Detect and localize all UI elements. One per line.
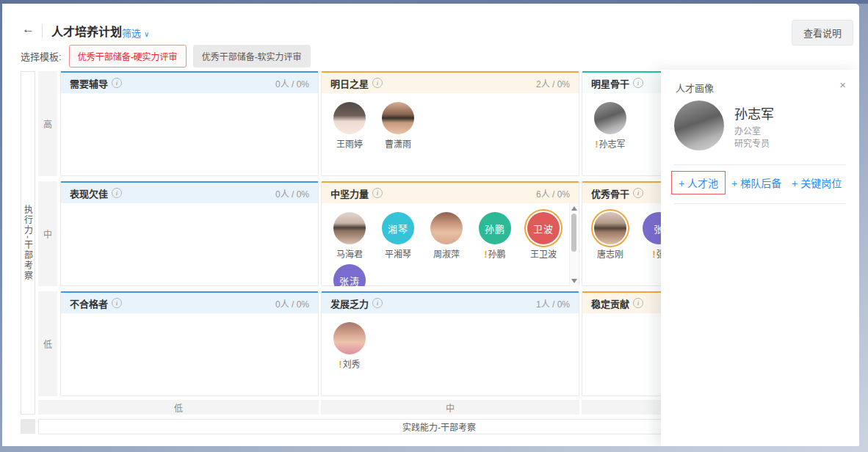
y-axis-label-low: 低 (38, 291, 57, 396)
cell-body: 马海君 湘琴 平湘琴 周淑萍 孙鹏 !孙鹏 卫波 王卫波 张涛 张涛 (322, 203, 579, 286)
add-echelon-reserve-link[interactable]: + 梯队后备 (731, 175, 781, 190)
cell-unqualified: 不合格者 0人 / 0% (60, 291, 319, 396)
avatar: 张涛 (333, 264, 366, 286)
panel-person-position: 研究专员 (734, 136, 770, 149)
panel-actions: + 人才池 + 梯队后备 + 关键岗位 (671, 171, 842, 194)
cell-body (61, 93, 318, 176)
cell-body: !刘秀 (322, 313, 579, 396)
cell-scrollbar[interactable] (569, 203, 578, 286)
person-item[interactable]: 湘琴 平湘琴 (379, 212, 417, 260)
close-icon[interactable]: × (839, 79, 846, 91)
avatar (333, 102, 366, 134)
cell-title: 需要辅导 (70, 76, 108, 90)
cell-header: 发展乏力 1人 / 0% (322, 293, 579, 313)
cell-title: 明星骨干 (591, 76, 629, 90)
chevron-down-icon (141, 28, 149, 39)
person-item[interactable]: !刘秀 (330, 322, 369, 370)
cell-needs-coaching: 需要辅导 0人 / 0% (60, 71, 319, 176)
avatar (594, 212, 626, 244)
template-tab-soft-skill[interactable]: 优秀干部储备-软实力评审 (193, 45, 311, 68)
cell-weak-development: 发展乏力 1人 / 0% !刘秀 (321, 291, 579, 396)
panel-divider (674, 203, 846, 204)
cell-title: 不合格者 (70, 296, 108, 310)
avatar: 湘琴 (382, 212, 414, 244)
cell-underperformer: 表现欠佳 0人 / 0% (60, 181, 319, 286)
alert-flag-icon: ! (652, 249, 655, 260)
template-tab-hard-skill[interactable]: 优秀干部储备-硬实力评审 (69, 45, 187, 68)
cell-header: 表现欠佳 0人 / 0% (61, 183, 318, 203)
person-item[interactable]: 马海君 (330, 212, 369, 260)
person-item[interactable]: 孙鹏 !孙鹏 (476, 212, 514, 260)
alert-flag-icon: ! (339, 360, 341, 370)
info-icon[interactable] (112, 78, 122, 88)
page-header: ← 人才培养计划 筛选 查看说明 (2, 4, 859, 46)
person-name: 周淑萍 (427, 247, 466, 260)
person-name: 平湘琴 (379, 247, 417, 260)
y-axis-label-high: 高 (38, 71, 57, 176)
cell-title: 明日之星 (330, 76, 369, 90)
app-window: ← 人才培养计划 筛选 查看说明 选择模板: 优秀干部储备-硬实力评审 优秀干部… (2, 4, 859, 446)
cell-body (61, 313, 318, 396)
panel-avatar (674, 101, 724, 150)
cell-header: 不合格者 0人 / 0% (61, 293, 318, 313)
avatar: 孙鹏 (479, 212, 511, 244)
avatar: 卫波 (527, 212, 560, 244)
scroll-down-icon[interactable] (571, 279, 577, 283)
y-axis-label-mid: 中 (38, 181, 57, 286)
cell-body: 王雨婷 曹潇雨 (322, 93, 579, 176)
person-name: !孙志军 (591, 137, 629, 150)
filter-dropdown[interactable]: 筛选 (122, 26, 149, 40)
cell-header: 中坚力量 6人 / 0% (322, 183, 579, 203)
cell-tomorrow-star: 明日之星 2人 / 0% 王雨婷 曹潇雨 (321, 71, 579, 176)
person-item[interactable]: 王雨婷 (330, 102, 369, 150)
filter-label: 筛选 (122, 28, 141, 39)
avatar (382, 102, 414, 134)
info-icon[interactable] (633, 78, 643, 88)
info-icon[interactable] (372, 78, 383, 88)
person-item[interactable]: 曹潇雨 (379, 102, 417, 150)
info-icon[interactable] (372, 298, 383, 308)
person-item[interactable]: !孙志军 (591, 102, 629, 150)
panel-person-name: 孙志军 (734, 103, 774, 123)
add-key-position-link[interactable]: + 关键岗位 (792, 175, 842, 190)
avatar (594, 102, 626, 134)
cell-count: 0人 / 0% (275, 77, 309, 90)
avatar (333, 212, 366, 244)
person-name: !孙鹏 (476, 247, 514, 260)
cell-count: 2人 / 0% (536, 77, 570, 90)
axis-corner (21, 419, 35, 434)
person-item[interactable]: 张涛 张涛 (330, 264, 369, 286)
info-icon[interactable] (633, 188, 643, 198)
cell-title: 优秀骨干 (591, 186, 629, 200)
x-axis-label-low: 低 (38, 400, 319, 415)
scroll-up-icon[interactable] (571, 206, 577, 211)
person-item[interactable]: 周淑萍 (427, 212, 466, 260)
person-item[interactable]: 卫波 王卫波 (524, 212, 563, 260)
person-name: 唐志刚 (591, 247, 629, 260)
cell-header: 明日之星 2人 / 0% (322, 73, 579, 93)
panel-divider (674, 164, 846, 165)
avatar (333, 322, 366, 354)
info-icon[interactable] (112, 298, 122, 308)
talent-portrait-panel: 人才画像 × 孙志军 办公室 研究专员 + 人才池 + 梯队后备 + 关键岗位 (661, 70, 859, 446)
info-icon[interactable] (372, 188, 383, 198)
template-selector: 选择模板: 优秀干部储备-硬实力评审 优秀干部储备-软实力评审 (21, 45, 317, 68)
panel-person-department: 办公室 (734, 124, 761, 136)
person-name: 王雨婷 (330, 137, 369, 150)
view-help-button[interactable]: 查看说明 (792, 20, 853, 45)
page-title: 人才培养计划 (51, 22, 122, 40)
info-icon[interactable] (633, 298, 643, 308)
x-axis-label-mid: 中 (321, 400, 579, 415)
cell-header: 需要辅导 0人 / 0% (61, 73, 318, 93)
scroll-thumb[interactable] (571, 214, 576, 252)
person-name: 王卫波 (524, 247, 563, 260)
back-arrow-icon[interactable]: ← (22, 22, 35, 37)
template-selector-label: 选择模板: (21, 49, 62, 63)
cell-core-force: 中坚力量 6人 / 0% 马海君 湘琴 平湘琴 周淑萍 孙鹏 !孙鹏 卫波 (321, 181, 579, 286)
cell-count: 6人 / 0% (536, 187, 570, 200)
panel-title: 人才画像 (676, 81, 714, 95)
cell-title: 表现欠佳 (70, 186, 108, 200)
add-talent-pool-link[interactable]: + 人才池 (679, 178, 718, 189)
person-item[interactable]: 唐志刚 (591, 212, 629, 260)
info-icon[interactable] (112, 188, 122, 198)
